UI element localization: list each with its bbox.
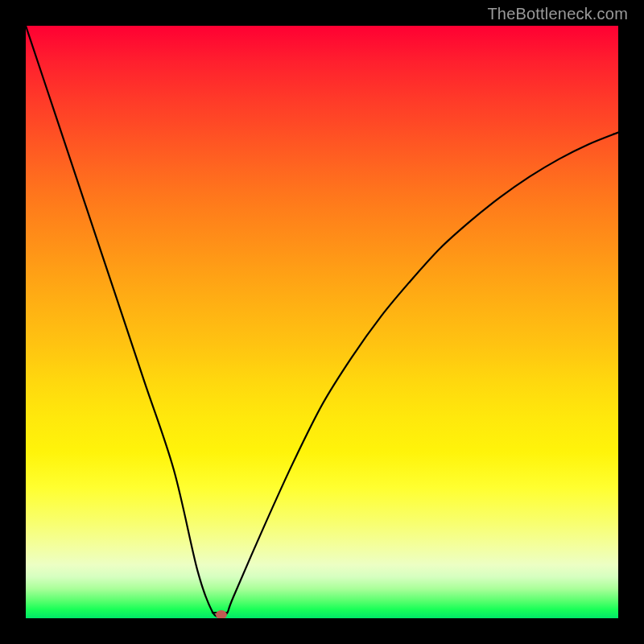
svg-point-1 [216,610,227,618]
curve-layer [26,26,618,618]
watermark-text: TheBottleneck.com [487,5,628,23]
bottleneck-curve [26,26,618,617]
chart-frame: TheBottleneck.com [0,0,644,644]
plot-area [26,26,618,618]
optimum-marker [216,610,227,618]
